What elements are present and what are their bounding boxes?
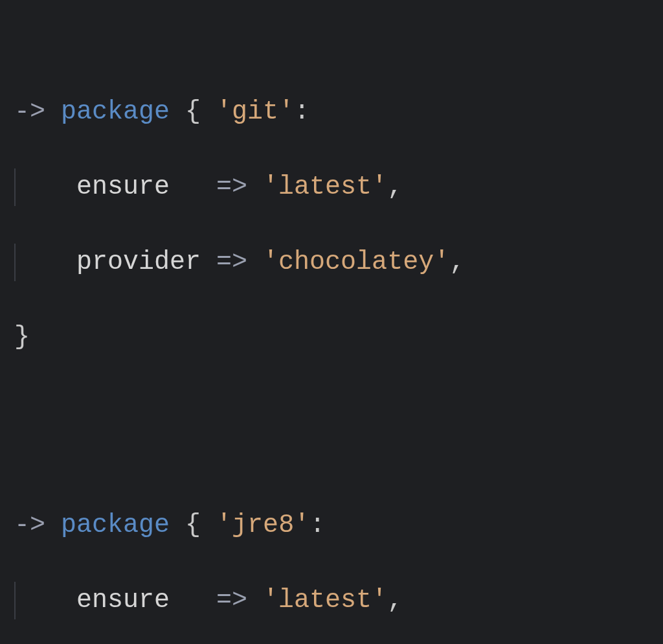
code-editor[interactable]: -> package { 'git': ensure => 'latest', … <box>0 0 663 644</box>
colon: : <box>294 97 309 126</box>
close-brace: } <box>14 323 30 352</box>
value-ensure: 'latest' <box>263 172 387 201</box>
chain-arrow-icon: -> <box>14 97 45 126</box>
code-line: ensure => 'latest', <box>14 168 649 206</box>
fat-arrow: => <box>216 247 247 277</box>
fat-arrow: => <box>216 172 247 201</box>
attr-provider: provider <box>76 247 201 277</box>
keyword-package: package <box>61 97 170 126</box>
open-brace: { <box>185 511 201 540</box>
package-block: -> package { 'jre8': ensure => 'latest',… <box>14 469 649 644</box>
indent-guide-icon <box>14 582 16 619</box>
chain-arrow-icon: -> <box>14 511 45 540</box>
code-line: } <box>14 319 649 356</box>
code-line: -> package { 'git': <box>14 93 649 131</box>
colon: : <box>309 511 325 540</box>
package-block: -> package { 'git': ensure => 'latest', … <box>14 56 649 394</box>
code-line: provider => 'chocolatey', <box>14 244 649 281</box>
code-line: -> package { 'jre8': <box>14 507 649 544</box>
fat-arrow: => <box>216 586 247 615</box>
attr-ensure: ensure <box>76 172 170 201</box>
open-brace: { <box>185 97 201 126</box>
indent-guide-icon <box>14 244 16 281</box>
indent-guide-icon <box>14 168 16 206</box>
value-provider: 'chocolatey' <box>263 247 449 277</box>
resource-title: 'git' <box>216 97 294 126</box>
comma: , <box>387 172 403 201</box>
code-line: ensure => 'latest', <box>14 582 649 619</box>
keyword-package: package <box>61 511 170 540</box>
comma: , <box>387 586 403 615</box>
value-ensure: 'latest' <box>263 586 387 615</box>
resource-title: 'jre8' <box>216 511 309 540</box>
comma: , <box>449 247 465 277</box>
attr-ensure: ensure <box>76 586 170 615</box>
